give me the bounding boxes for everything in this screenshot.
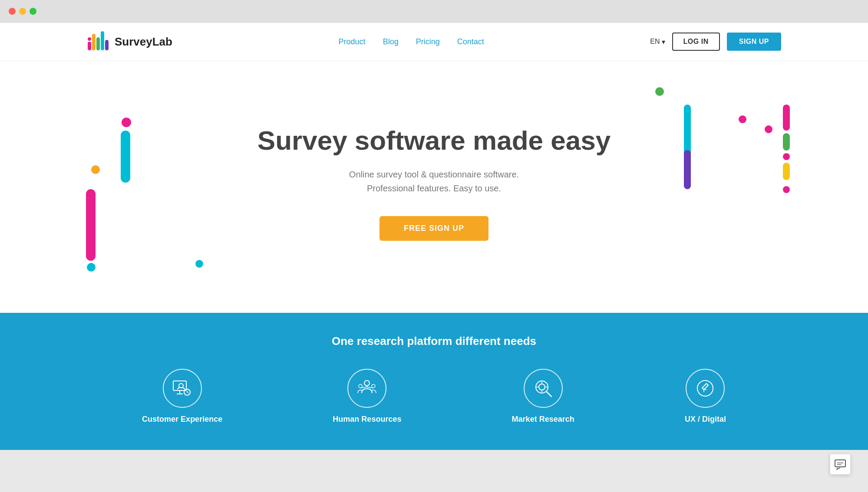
hero-subtitle-line1: Online survey tool & questionnaire softw… [349,170,519,179]
hero-subtitle: Online survey tool & questionnaire softw… [349,167,519,195]
svg-rect-4 [101,31,104,50]
customer-experience-label: Customer Experience [142,415,222,424]
ux-digital-icon [686,369,725,408]
nav-blog[interactable]: Blog [383,37,399,46]
category-human-resources[interactable]: Human Resources [333,369,401,424]
nav-product[interactable]: Product [339,37,366,46]
human-resources-label: Human Resources [333,415,401,424]
hero-title: Survey software made easy [257,125,611,157]
chat-widget[interactable] [830,454,851,475]
lang-label: EN [650,38,660,46]
browser-chrome [0,0,868,23]
market-research-label: Market Research [512,415,574,424]
maximize-button[interactable] [30,8,36,15]
nav-contact[interactable]: Contact [457,37,484,46]
deco-pink-bar-left [86,189,96,261]
deco-purple-bar [684,150,691,189]
signup-button[interactable]: SIGN UP [727,33,781,51]
logo-icon [87,31,109,52]
svg-point-15 [372,384,375,388]
minimize-button[interactable] [19,8,26,15]
svg-line-11 [187,392,188,393]
logo-area: SurveyLab [87,31,172,52]
customer-experience-icon [163,369,202,408]
category-customer-experience[interactable]: Customer Experience [142,369,222,424]
traffic-lights [9,8,36,15]
market-research-icon [524,369,563,408]
login-button[interactable]: LOG IN [672,33,720,51]
deco-seg-green [783,133,790,151]
deco-seg-pink [783,105,790,131]
header-right: EN ▾ LOG IN SIGN UP [650,33,781,51]
deco-pink-dot-right [739,115,746,123]
category-ux-digital[interactable]: UX / Digital [685,369,726,424]
deco-green-dot [655,87,664,96]
svg-line-21 [547,392,551,397]
human-resources-icon [347,369,386,408]
deco-seg-yellow [783,163,790,180]
svg-point-13 [364,380,370,386]
deco-seg-dot-pink [783,153,790,160]
close-button[interactable] [9,8,16,15]
deco-cyan-dot-left2 [87,263,96,272]
deco-orange-dot [91,165,100,174]
deco-seg-dot-pink2 [783,186,790,193]
svg-rect-5 [105,40,109,50]
deco-cyan-dot-bottom [195,260,203,268]
svg-point-14 [359,384,362,388]
bottom-title: One research platform different needs [87,335,781,348]
main-nav: Product Blog Pricing Contact [339,37,484,46]
nav-pricing[interactable]: Pricing [416,37,440,46]
site-header: SurveyLab Product Blog Pricing Contact E… [0,23,868,61]
deco-dot-far-right [765,125,772,133]
ux-digital-label: UX / Digital [685,415,726,424]
svg-rect-29 [835,460,845,467]
svg-rect-0 [88,42,91,50]
svg-rect-3 [96,37,100,50]
svg-rect-1 [88,37,91,41]
logo-text: SurveyLab [115,35,172,49]
svg-line-17 [360,387,367,388]
free-signup-button[interactable]: FREE SIGN UP [380,216,488,241]
hero-section: Survey software made easy Online survey … [0,61,868,313]
deco-far-right [783,105,790,193]
categories-row: Customer Experience [87,369,781,424]
deco-pink-dot-left [122,118,131,127]
page-wrapper: SurveyLab Product Blog Pricing Contact E… [0,23,868,450]
hero-subtitle-line2: Professional features. Easy to use. [367,184,501,193]
language-selector[interactable]: EN ▾ [650,38,665,46]
category-market-research[interactable]: Market Research [512,369,574,424]
bottom-section: One research platform different needs [0,313,868,450]
svg-point-20 [539,384,545,390]
svg-line-18 [367,387,373,388]
deco-cyan-bar-left [121,131,130,183]
chevron-down-icon: ▾ [662,38,665,46]
svg-rect-2 [92,34,96,50]
